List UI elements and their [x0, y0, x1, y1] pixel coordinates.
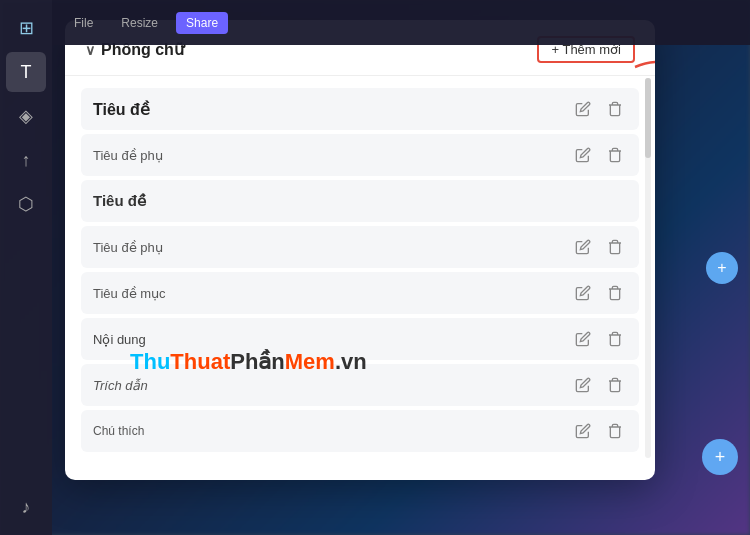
sidebar-item-photos[interactable]: ⬡ [6, 184, 46, 224]
edit-font-1-button[interactable] [571, 99, 595, 119]
font-label-7: Trích dẫn [93, 378, 148, 393]
font-actions-8 [571, 421, 627, 441]
sidebar-item-elements[interactable]: ⊞ [6, 8, 46, 48]
topbar: File Resize Share [52, 0, 750, 45]
topbar-file-btn[interactable]: File [64, 12, 103, 34]
font-label-1: Tiêu đề [93, 100, 150, 119]
font-label-8: Chú thích [93, 424, 144, 438]
font-item-4: Tiêu đề phụ [81, 226, 639, 268]
delete-font-2-button[interactable] [603, 145, 627, 165]
font-item-6: Nội dung [81, 318, 639, 360]
font-item-3: Tiêu đề [81, 180, 639, 222]
modal-scrollbar[interactable] [645, 78, 651, 458]
font-modal: ∨ Phông chữ + Thêm mới Tiêu đề [65, 20, 655, 480]
font-actions-1 [571, 99, 627, 119]
edit-font-7-button[interactable] [571, 375, 595, 395]
font-list: Tiêu đề Tiêu đề phụ [65, 76, 655, 464]
font-label-5: Tiêu đề mục [93, 286, 166, 301]
font-actions-2 [571, 145, 627, 165]
delete-font-4-button[interactable] [603, 237, 627, 257]
font-actions-5 [571, 283, 627, 303]
delete-font-7-button[interactable] [603, 375, 627, 395]
delete-font-1-button[interactable] [603, 99, 627, 119]
annotation-arrow [630, 52, 655, 86]
font-label-4: Tiêu đề phụ [93, 240, 163, 255]
font-label-2: Tiêu đề phụ [93, 148, 163, 163]
font-label-6: Nội dung [93, 332, 146, 347]
edit-font-2-button[interactable] [571, 145, 595, 165]
delete-font-5-button[interactable] [603, 283, 627, 303]
font-actions-6 [571, 329, 627, 349]
font-actions-4 [571, 237, 627, 257]
scrollbar-thumb [645, 78, 651, 158]
font-label-3: Tiêu đề [93, 192, 146, 210]
topbar-resize-btn[interactable]: Resize [111, 12, 168, 34]
font-item-5: Tiêu đề mục [81, 272, 639, 314]
font-item-1: Tiêu đề [81, 88, 639, 130]
sidebar: ⊞ T ◈ ↑ ⬡ ♪ [0, 0, 52, 535]
sidebar-item-music[interactable]: ♪ [6, 487, 46, 527]
edit-font-5-button[interactable] [571, 283, 595, 303]
right-circle-button[interactable]: + [706, 252, 738, 284]
topbar-share-btn[interactable]: Share [176, 12, 228, 34]
delete-font-6-button[interactable] [603, 329, 627, 349]
font-actions-7 [571, 375, 627, 395]
font-item-7: Trích dẫn [81, 364, 639, 406]
delete-font-8-button[interactable] [603, 421, 627, 441]
edit-font-4-button[interactable] [571, 237, 595, 257]
edit-font-6-button[interactable] [571, 329, 595, 349]
bottom-circle-button[interactable]: + [702, 439, 738, 475]
font-item-2: Tiêu đề phụ [81, 134, 639, 176]
sidebar-item-text[interactable]: T [6, 52, 46, 92]
sidebar-item-upload[interactable]: ↑ [6, 140, 46, 180]
sidebar-item-brand[interactable]: ◈ [6, 96, 46, 136]
font-item-8: Chú thích [81, 410, 639, 452]
edit-font-8-button[interactable] [571, 421, 595, 441]
